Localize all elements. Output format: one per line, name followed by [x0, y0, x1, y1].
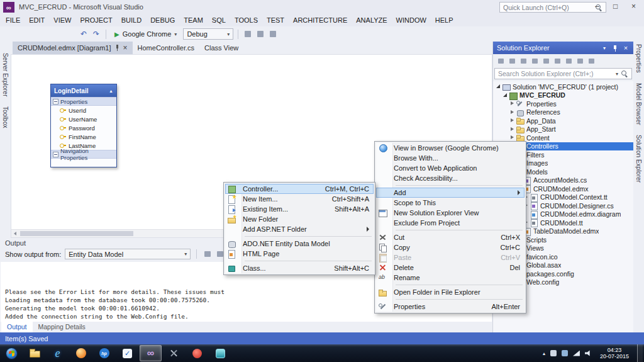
- context-menu-item[interactable]: Cut Ctrl+X: [376, 232, 525, 242]
- solution-search-input[interactable]: Search Solution Explorer (Ctrl+;) ▾: [494, 68, 632, 79]
- context-menu-item[interactable]: Copy Ctrl+C: [376, 242, 525, 252]
- solution-explorer-toolbar-icon[interactable]: [519, 57, 528, 65]
- menu-bar-item[interactable]: BUILD: [117, 14, 146, 26]
- toolbar-icon[interactable]: [53, 29, 64, 39]
- start-debug-button[interactable]: ▶ Google Chrome ▾: [111, 28, 180, 40]
- submenu-item[interactable]: Add ASP.NET Folder: [225, 224, 374, 234]
- context-menu-item[interactable]: New Solution Explorer View: [376, 208, 525, 218]
- menu-bar-item[interactable]: TEST: [262, 14, 289, 26]
- toolbar-icon[interactable]: [255, 29, 265, 39]
- submenu-item[interactable]: New Folder: [225, 214, 374, 224]
- toolbar-icon[interactable]: [28, 29, 38, 39]
- context-menu-item[interactable]: Browse With...: [376, 153, 525, 163]
- tray-app-icon[interactable]: [550, 350, 557, 356]
- solution-explorer-toolbar-icon[interactable]: [496, 57, 506, 65]
- panel-tab[interactable]: Mapping Details: [33, 322, 91, 332]
- solution-explorer-toolbar-icon[interactable]: [575, 57, 585, 65]
- taskbar-clock[interactable]: 04:23 20-07-2015: [597, 347, 632, 359]
- taskbar-button[interactable]: [70, 345, 92, 361]
- taskbar-button[interactable]: ✓: [116, 345, 138, 361]
- tree-item[interactable]: Solution 'MVC_EFCRUD' (1 project): [493, 82, 633, 91]
- tree-collapsed-arrow-icon[interactable]: [509, 108, 516, 116]
- toolbar-icon[interactable]: [268, 29, 278, 39]
- context-menu-item[interactable]: View in Browser (Google Chrome): [376, 143, 525, 153]
- navigation-section-header[interactable]: Navigation Properties: [51, 150, 116, 159]
- menu-bar-item[interactable]: DEBUG: [146, 14, 179, 26]
- close-button[interactable]: ×: [625, 0, 643, 13]
- entity-header[interactable]: LoginDetail ▲: [51, 84, 116, 97]
- solution-explorer-toolbar-icon[interactable]: [587, 57, 596, 65]
- toolbar-icon[interactable]: [16, 29, 26, 39]
- context-menu-item[interactable]: Paste Ctrl+V: [376, 252, 525, 263]
- entity-property[interactable]: UserId: [51, 106, 116, 115]
- entity-property[interactable]: UserName: [51, 115, 116, 123]
- menu-bar-item[interactable]: SQL: [208, 14, 230, 26]
- scrollbar-thumb[interactable]: [20, 231, 133, 236]
- taskbar-button[interactable]: [163, 345, 185, 361]
- taskbar-button[interactable]: e: [47, 345, 69, 361]
- scroll-left-icon[interactable]: [11, 230, 19, 237]
- tree-item[interactable]: MVC_EFCRUD: [493, 91, 633, 100]
- side-tab[interactable]: Toolbox: [2, 106, 9, 128]
- taskbar-button[interactable]: ∞: [140, 345, 162, 361]
- network-icon[interactable]: [573, 351, 580, 356]
- side-tab[interactable]: Properties: [635, 44, 642, 73]
- collapse-section-icon[interactable]: [53, 99, 58, 105]
- context-menu-item[interactable]: Properties Alt+Enter: [376, 302, 525, 312]
- volume-icon[interactable]: [585, 350, 592, 356]
- minimize-button[interactable]: –: [588, 0, 606, 13]
- tray-expand-icon[interactable]: ▴: [543, 351, 545, 356]
- solution-explorer-header[interactable]: Solution Explorer ▾ ×: [493, 42, 633, 54]
- submenu-item[interactable]: Controller... Ctrl+M, Ctrl+C: [225, 184, 374, 194]
- tree-collapsed-arrow-icon[interactable]: [509, 116, 516, 125]
- toolbar-icon[interactable]: [41, 29, 51, 39]
- solution-explorer-toolbar-icon[interactable]: [564, 57, 574, 65]
- configuration-dropdown[interactable]: Debug ▾: [183, 28, 233, 40]
- menu-bar-item[interactable]: TOOLS: [230, 14, 262, 26]
- show-desktop-button[interactable]: [637, 344, 643, 362]
- close-tab-icon[interactable]: ×: [123, 44, 128, 52]
- context-menu-item[interactable]: Scope to This: [376, 198, 525, 208]
- menu-bar-item[interactable]: EDIT: [25, 14, 49, 26]
- document-tab[interactable]: Class View ×: [199, 42, 243, 54]
- toolbar-icon[interactable]: [243, 29, 253, 39]
- solution-explorer-toolbar-icon[interactable]: [541, 57, 551, 65]
- tray-app-icon[interactable]: [562, 350, 568, 356]
- taskbar-button[interactable]: [186, 345, 208, 361]
- tree-item[interactable]: References: [493, 108, 633, 117]
- side-tab[interactable]: Model Browser: [635, 83, 642, 125]
- entity-property[interactable]: Password: [51, 123, 116, 132]
- pin-icon[interactable]: [114, 44, 120, 52]
- tree-collapsed-arrow-icon[interactable]: [509, 99, 516, 108]
- submenu-item[interactable]: New Item... Ctrl+Shift+A: [225, 194, 374, 204]
- output-toolbar-icon[interactable]: [203, 249, 213, 259]
- tree-item[interactable]: App_Start: [493, 125, 633, 134]
- output-source-dropdown[interactable]: Entity Data Model ▾: [65, 249, 191, 259]
- document-tab[interactable]: CRUDModel.edmx [Diagram1] ×: [13, 42, 133, 54]
- panel-tab[interactable]: Output: [1, 322, 33, 332]
- solution-explorer-toolbar-icon[interactable]: [553, 57, 562, 65]
- collapse-entity-icon[interactable]: ▲: [109, 89, 113, 93]
- menu-bar-item[interactable]: ARCHITECTURE: [289, 14, 352, 26]
- solution-explorer-toolbar-icon[interactable]: [530, 57, 540, 65]
- entity-shape-logindetail[interactable]: LoginDetail ▲ Properties UserId UserName…: [50, 84, 117, 167]
- taskbar-button[interactable]: [23, 345, 45, 361]
- close-panel-icon[interactable]: ×: [622, 44, 630, 52]
- context-menu-item[interactable]: Add: [376, 188, 525, 198]
- pin-icon[interactable]: [612, 44, 618, 52]
- taskbar-button[interactable]: [209, 345, 231, 361]
- tree-expanded-arrow-icon[interactable]: [502, 91, 509, 99]
- side-tab[interactable]: Server Explorer: [2, 53, 9, 96]
- context-menu-item[interactable]: Exclude From Project: [376, 218, 525, 228]
- collapse-section-icon[interactable]: [53, 152, 58, 157]
- properties-section-header[interactable]: Properties: [51, 97, 116, 106]
- submenu-item[interactable]: Existing Item... Shift+Alt+A: [225, 204, 374, 214]
- window-position-icon[interactable]: ▾: [601, 45, 608, 51]
- start-button[interactable]: [0, 344, 23, 362]
- menu-bar-item[interactable]: WINDOW: [392, 14, 431, 26]
- tree-collapsed-arrow-icon[interactable]: [509, 125, 516, 133]
- document-tab[interactable]: HomeController.cs ×: [133, 42, 199, 54]
- menu-bar-item[interactable]: FILE: [1, 14, 25, 26]
- entity-property[interactable]: FirstName: [51, 132, 116, 141]
- taskbar-button[interactable]: hp: [93, 345, 115, 361]
